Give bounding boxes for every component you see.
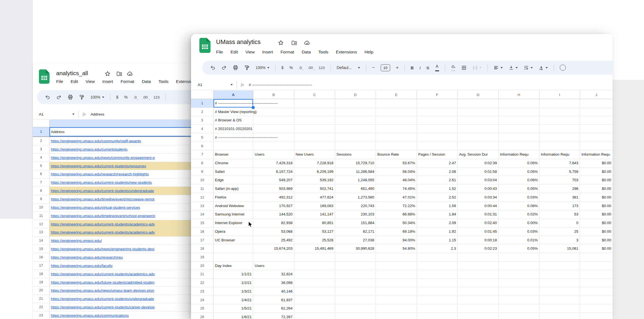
column-header-I[interactable]: I: [539, 90, 580, 99]
undo-button[interactable]: [45, 94, 50, 100]
cell-G26[interactable]: [458, 313, 499, 319]
menu-insert[interactable]: Insert: [262, 50, 273, 55]
cell-I23[interactable]: [539, 287, 580, 296]
cell-I18[interactable]: 15,061: [539, 244, 580, 253]
row-header-15[interactable]: 15: [33, 245, 49, 253]
cell-F9[interactable]: 2.08: [417, 168, 458, 176]
cell-G19[interactable]: [458, 253, 499, 261]
row-header-7[interactable]: 7: [191, 150, 214, 159]
move-to-folder-icon[interactable]: [116, 71, 122, 77]
row-header-2[interactable]: 2: [33, 137, 49, 145]
cell-J10[interactable]: $0.00: [580, 176, 613, 184]
cell-A11[interactable]: Safari (in-app): [214, 185, 253, 193]
cell-E6[interactable]: [376, 142, 417, 150]
cell-A3[interactable]: # Browser & OS: [214, 116, 253, 124]
cell-F25[interactable]: [417, 304, 458, 313]
cell-G12[interactable]: 0:03:34: [458, 193, 499, 202]
row-header-20[interactable]: 20: [33, 286, 49, 295]
cell-F5[interactable]: [417, 133, 458, 142]
cell-C23[interactable]: [294, 287, 335, 296]
menu-data[interactable]: Data: [302, 50, 311, 55]
formula-input[interactable]: # --------------------------------------…: [249, 83, 312, 87]
cell-F1[interactable]: [417, 99, 458, 107]
italic-button[interactable]: I: [420, 65, 421, 70]
menu-insert[interactable]: Insert: [102, 79, 113, 84]
row-header-3[interactable]: 3: [191, 116, 214, 124]
cell-D26[interactable]: [335, 313, 376, 319]
cell-D8[interactable]: 15,729,710: [335, 159, 376, 167]
cell-D4[interactable]: [335, 125, 376, 133]
row-header-22[interactable]: 22: [33, 303, 49, 311]
cell-J9[interactable]: $0.00: [580, 168, 613, 176]
more-formats-button[interactable]: 123: [153, 95, 160, 99]
cell-F24[interactable]: [417, 296, 458, 304]
cell-E20[interactable]: [376, 262, 417, 270]
cell-D2[interactable]: [335, 108, 376, 116]
cell-C16[interactable]: 53,127: [294, 227, 335, 236]
cell-D14[interactable]: 230,103: [335, 210, 376, 219]
cell-E14[interactable]: 66.68%: [376, 210, 417, 219]
row-header-8[interactable]: 8: [33, 187, 49, 195]
cell-H1[interactable]: [499, 99, 539, 107]
url-link[interactable]: https://engineering.umass.edu/news/umass…: [51, 288, 154, 293]
cell-G18[interactable]: 0:02:23: [458, 244, 499, 253]
row-header-14[interactable]: 14: [191, 210, 214, 219]
cell-E15[interactable]: 50.34%: [376, 219, 417, 227]
cloud-saved-icon[interactable]: [304, 40, 310, 46]
url-link[interactable]: https://engineering.umass.edu/research/r…: [51, 172, 149, 176]
cell-D23[interactable]: [335, 287, 376, 296]
cell-H8[interactable]: 0.05%: [499, 159, 539, 167]
cell-B12[interactable]: 492,312: [253, 193, 294, 202]
font-size-input[interactable]: 10: [381, 64, 390, 71]
cell-I20[interactable]: [539, 262, 580, 270]
column-header-F[interactable]: F: [417, 90, 458, 99]
cell-J19[interactable]: [580, 253, 613, 261]
select-all-corner[interactable]: [33, 120, 49, 127]
cell-H9[interactable]: 0.05%: [499, 168, 539, 176]
cell-F16[interactable]: 1.92: [417, 227, 458, 236]
borders-button[interactable]: [461, 65, 467, 70]
cell-J14[interactable]: $0.00: [580, 210, 613, 219]
cell-H24[interactable]: [499, 296, 539, 304]
row-header-19[interactable]: 19: [191, 253, 214, 261]
cell-H25[interactable]: [499, 304, 539, 313]
cell-B3[interactable]: [253, 116, 294, 124]
zoom-select[interactable]: 100%: [256, 65, 269, 70]
cell-A23[interactable]: 1/3/21: [214, 287, 253, 296]
cell-A6[interactable]: [214, 142, 253, 150]
cell-E21[interactable]: [376, 270, 417, 278]
cell-C20[interactable]: [294, 262, 335, 270]
cell-J13[interactable]: $0.00: [580, 202, 613, 210]
menu-tools[interactable]: Tools: [318, 50, 328, 55]
cell-H4[interactable]: [499, 125, 539, 133]
menu-extensions[interactable]: Extensions: [336, 50, 357, 55]
cell-C4[interactable]: [294, 125, 335, 133]
cell-E22[interactable]: [376, 279, 417, 287]
merge-cells-button[interactable]: [472, 65, 482, 70]
cell-E11[interactable]: 74.45%: [376, 185, 417, 193]
column-header-D[interactable]: D: [335, 90, 376, 99]
row-header-22[interactable]: 22: [191, 279, 214, 287]
cell-G8[interactable]: 0:02:39: [458, 159, 499, 167]
decrease-font-size-button[interactable]: −: [372, 65, 375, 70]
formula-input[interactable]: Address: [91, 112, 105, 116]
row-header-7[interactable]: 7: [33, 178, 49, 187]
cell-F8[interactable]: 2.47: [417, 159, 458, 167]
cell-H15[interactable]: 0.00%: [499, 219, 539, 227]
print-button[interactable]: [68, 94, 73, 100]
row-header-1[interactable]: 1: [191, 99, 214, 107]
url-link[interactable]: https://engineering.umass.edu/current-st…: [51, 180, 152, 185]
column-header-E[interactable]: E: [376, 90, 417, 99]
menu-view[interactable]: View: [86, 79, 95, 84]
cell-A9[interactable]: Safari: [214, 168, 253, 176]
row-header-1[interactable]: 1: [33, 127, 49, 136]
cell-C19[interactable]: [294, 253, 335, 261]
cell-F26[interactable]: [417, 313, 458, 319]
fill-color-button[interactable]: [451, 65, 455, 71]
row-header-25[interactable]: 25: [191, 304, 214, 313]
column-header-H[interactable]: H: [499, 90, 539, 99]
url-link[interactable]: https://engineering.umass.edu/: [51, 239, 102, 243]
row-header-6[interactable]: 6: [33, 170, 49, 178]
cell-H22[interactable]: [499, 279, 539, 287]
cell-A12[interactable]: Firefox: [214, 193, 253, 202]
